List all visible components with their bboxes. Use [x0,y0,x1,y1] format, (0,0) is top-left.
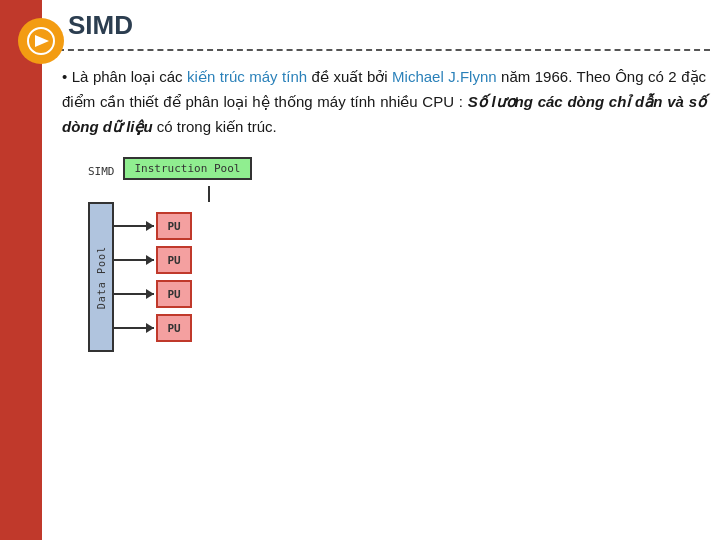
arrow-line-4 [114,327,154,329]
text1: Là phân loại các [72,68,187,85]
simd-diagram: SIMD Instruction Pool Data Pool PU [88,157,710,352]
arrow-line-3 [114,293,154,295]
pu-box-3: PU [156,280,192,308]
arrow-icon [27,27,55,55]
pu-column: PU PU PU PU [114,212,192,342]
pu-row-2: PU [114,246,192,274]
svg-marker-1 [35,35,49,47]
data-pool-label: Data Pool [96,246,107,309]
highlight-flynn: Michael J.Flynn [392,68,497,85]
text4: có trong kiến trúc. [153,118,277,135]
pu-box-4: PU [156,314,192,342]
divider [58,49,710,51]
left-bar [0,0,42,540]
arrow-line-2 [114,259,154,261]
pu-label-4: PU [167,322,180,335]
arrow-line-1 [114,225,154,227]
data-pool-box: Data Pool [88,202,114,352]
instruction-pool-label: Instruction Pool [135,162,241,175]
pu-row-3: PU [114,280,192,308]
instruction-pool-box: Instruction Pool [123,157,253,180]
highlight-kientruc: kiến trúc máy tính [187,68,307,85]
pu-box-1: PU [156,212,192,240]
main-diagram-row: Data Pool PU PU [88,202,192,352]
arrow-circle [18,18,64,64]
page-title: SIMD [68,10,710,41]
simd-label: SIMD [88,165,115,178]
pu-label-2: PU [167,254,180,267]
pu-row-4: PU [114,314,192,342]
pu-box-2: PU [156,246,192,274]
body-paragraph: • Là phân loại các kiến trúc máy tính đề… [62,65,706,139]
instr-vertical-line [208,186,210,202]
pu-label-1: PU [167,220,180,233]
pu-row-1: PU [114,212,192,240]
pu-label-3: PU [167,288,180,301]
text2: đề xuất bởi [307,68,392,85]
main-content: SIMD • Là phân loại các kiến trúc máy tí… [58,10,710,530]
bullet: • [62,68,67,85]
